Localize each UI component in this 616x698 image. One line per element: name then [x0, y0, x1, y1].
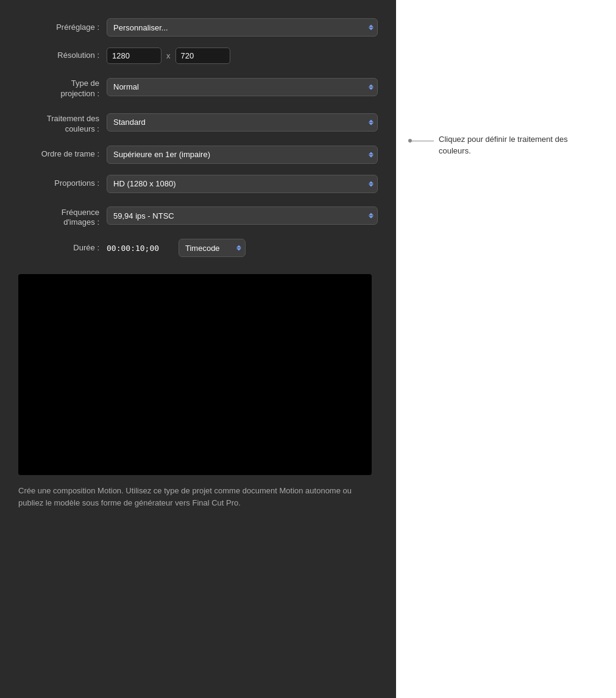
callout-text: Cliquez pour définir le traitement des c…: [439, 134, 585, 157]
stepper-up-icon: [369, 25, 373, 27]
color-processing-select-wrapper: Standard: [107, 113, 378, 132]
field-order-select[interactable]: Supérieure en 1er (impaire): [107, 146, 378, 164]
preview-area: [18, 274, 372, 475]
resolution-width-input[interactable]: [107, 48, 161, 64]
stepper-down-icon: [369, 87, 373, 90]
field-order-row: Ordre de trame : Supérieure en 1er (impa…: [18, 146, 378, 164]
resolution-control: x: [107, 48, 378, 64]
frame-rate-label: Fréquence d'images :: [18, 204, 107, 228]
field-order-control: Supérieure en 1er (impaire): [107, 146, 378, 164]
aspect-ratio-row: Proportions : HD (1280 x 1080): [18, 175, 378, 193]
left-panel: Préréglage : Personnaliser... Résolution…: [0, 0, 396, 698]
preset-row: Préréglage : Personnaliser...: [18, 18, 378, 37]
stepper-up-icon: [369, 152, 373, 154]
stepper-down-icon: [369, 184, 373, 186]
preset-stepper-icon: [369, 25, 373, 30]
description-text: Crée une composition Motion. Utilisez ce…: [18, 485, 359, 509]
callout-connector: [408, 139, 434, 143]
color-processing-stepper-icon: [369, 119, 373, 125]
projection-row: Type de projection : Normal: [18, 75, 378, 99]
duration-row: Durée : 00:00:10;00 Timecode: [18, 239, 378, 257]
frame-rate-value: 59,94 ips - NTSC: [113, 211, 174, 220]
duration-type-select-wrapper: Timecode: [179, 239, 246, 257]
duration-type-select[interactable]: Timecode: [179, 239, 246, 257]
preset-select[interactable]: Personnaliser...: [107, 18, 378, 37]
aspect-ratio-control: HD (1280 x 1080): [107, 175, 378, 193]
stepper-down-icon: [369, 155, 373, 157]
duration-timecode[interactable]: 00:00:10;00: [107, 241, 174, 256]
color-processing-label: Traitement des couleurs :: [18, 110, 107, 135]
duration-control: 00:00:10;00 Timecode: [107, 239, 378, 257]
frame-rate-row: Fréquence d'images : 59,94 ips - NTSC: [18, 204, 378, 228]
projection-select[interactable]: Normal: [107, 78, 378, 96]
stepper-down-icon: [369, 122, 373, 125]
aspect-ratio-select[interactable]: HD (1280 x 1080): [107, 175, 378, 193]
callout-line: [412, 141, 434, 141]
stepper-down-icon: [369, 216, 373, 219]
stepper-up-icon: [369, 213, 373, 216]
projection-label: Type de projection :: [18, 75, 107, 99]
color-processing-value: Standard: [113, 118, 146, 127]
resolution-row: Résolution : x: [18, 48, 378, 64]
aspect-ratio-label: Proportions :: [18, 178, 107, 189]
preset-label: Préréglage :: [18, 23, 107, 33]
aspect-ratio-stepper-icon: [369, 181, 373, 186]
field-order-value: Supérieure en 1er (impaire): [113, 150, 210, 159]
projection-value: Normal: [113, 82, 139, 91]
stepper-up-icon: [369, 181, 373, 183]
stepper-down-icon: [369, 28, 373, 30]
field-order-select-wrapper: Supérieure en 1er (impaire): [107, 146, 378, 164]
field-order-stepper-icon: [369, 152, 373, 157]
projection-stepper-icon: [369, 84, 373, 90]
projection-control: Normal: [107, 78, 378, 96]
color-processing-control: Standard: [107, 113, 378, 132]
stepper-up-icon: [236, 245, 241, 248]
resolution-height-input[interactable]: [175, 48, 230, 64]
color-processing-row: Traitement des couleurs : Standard: [18, 110, 378, 135]
frame-rate-control: 59,94 ips - NTSC: [107, 206, 378, 225]
frame-rate-select[interactable]: 59,94 ips - NTSC: [107, 206, 378, 225]
form-area: Préréglage : Personnaliser... Résolution…: [18, 18, 378, 268]
duration-label: Durée :: [18, 243, 107, 253]
callout-container: Cliquez pour définir le traitement des c…: [408, 134, 585, 157]
stepper-up-icon: [369, 119, 373, 122]
projection-select-wrapper: Normal: [107, 78, 378, 96]
aspect-ratio-value: HD (1280 x 1080): [113, 179, 176, 188]
stepper-down-icon: [236, 249, 241, 251]
resolution-x-separator: x: [166, 51, 171, 60]
resolution-label: Résolution :: [18, 51, 107, 61]
duration-type-stepper-icon: [236, 245, 241, 251]
aspect-ratio-select-wrapper: HD (1280 x 1080): [107, 175, 378, 193]
duration-type-value: Timecode: [185, 244, 220, 253]
field-order-label: Ordre de trame :: [18, 149, 107, 160]
right-panel: Cliquez pour définir le traitement des c…: [396, 0, 616, 698]
stepper-up-icon: [369, 84, 373, 86]
preset-select-wrapper: Personnaliser...: [107, 18, 378, 37]
preset-value: Personnaliser...: [113, 23, 168, 32]
frame-rate-stepper-icon: [369, 213, 373, 219]
color-processing-select[interactable]: Standard: [107, 113, 378, 132]
preset-control: Personnaliser...: [107, 18, 378, 37]
frame-rate-select-wrapper: 59,94 ips - NTSC: [107, 206, 378, 225]
